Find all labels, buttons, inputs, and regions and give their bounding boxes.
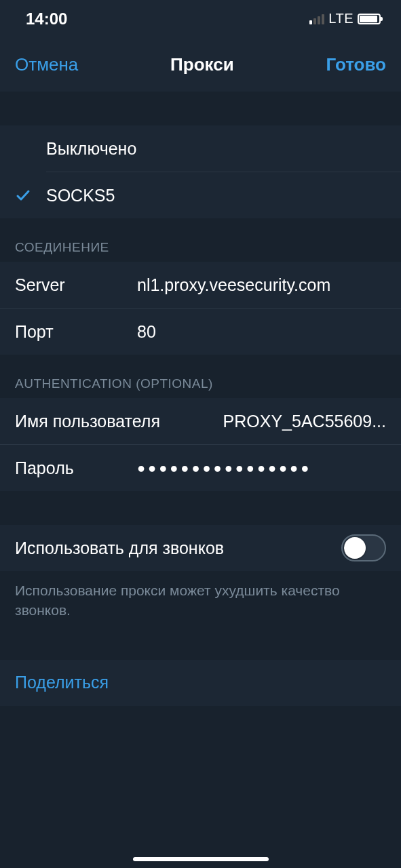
proxy-type-group: Выключено SOCKS5 <box>0 125 401 218</box>
server-value: nl1.proxy.veesecurity.com <box>123 275 386 295</box>
status-right: LTE <box>309 11 381 26</box>
auth-header: AUTHENTICATION (OPTIONAL) <box>0 355 401 398</box>
password-label: Пароль <box>15 458 123 478</box>
auth-group: Имя пользователя PROXY_5AC55609... Парол… <box>0 398 401 491</box>
option-label: SOCKS5 <box>46 186 115 205</box>
username-row[interactable]: Имя пользователя PROXY_5AC55609... <box>0 398 401 444</box>
connection-group: Server nl1.proxy.veesecurity.com Порт 80 <box>0 262 401 355</box>
use-for-calls-toggle[interactable] <box>341 534 386 561</box>
calls-note: Использование прокси может ухудшить каче… <box>0 571 401 641</box>
password-row[interactable]: Пароль ●●●●●●●●●●●●●●●● <box>0 445 401 491</box>
section-gap <box>0 641 401 660</box>
username-value: PROXY_5AC55609... <box>160 412 386 431</box>
share-label: Поделиться <box>15 673 109 692</box>
status-bar: 14:00 LTE <box>0 0 401 37</box>
cancel-button[interactable]: Отмена <box>15 54 78 75</box>
port-label: Порт <box>15 322 123 342</box>
server-label: Server <box>15 275 123 295</box>
use-for-calls-row[interactable]: Использовать для звонков <box>0 525 401 571</box>
use-for-calls-label: Использовать для звонков <box>15 538 224 558</box>
signal-icon <box>309 14 324 24</box>
proxy-type-socks5[interactable]: SOCKS5 <box>0 172 401 218</box>
share-button[interactable]: Поделиться <box>0 660 401 706</box>
username-label: Имя пользователя <box>15 412 160 431</box>
connection-header: СОЕДИНЕНИЕ <box>0 218 401 262</box>
section-gap <box>0 92 401 125</box>
port-row[interactable]: Порт 80 <box>0 309 401 355</box>
network-label: LTE <box>328 11 354 26</box>
page-title: Прокси <box>170 54 234 75</box>
calls-group: Использовать для звонков <box>0 525 401 571</box>
home-indicator <box>133 857 269 861</box>
status-time: 14:00 <box>26 9 67 28</box>
port-value: 80 <box>123 322 386 342</box>
section-gap <box>0 491 401 525</box>
nav-bar: Отмена Прокси Готово <box>0 37 401 92</box>
server-row[interactable]: Server nl1.proxy.veesecurity.com <box>0 262 401 308</box>
proxy-type-disabled[interactable]: Выключено <box>0 125 401 172</box>
done-button[interactable]: Готово <box>326 54 386 75</box>
share-group: Поделиться <box>0 660 401 706</box>
battery-icon <box>358 14 381 24</box>
password-value: ●●●●●●●●●●●●●●●● <box>123 460 386 476</box>
checkmark-icon <box>15 187 46 203</box>
option-label: Выключено <box>46 139 136 159</box>
